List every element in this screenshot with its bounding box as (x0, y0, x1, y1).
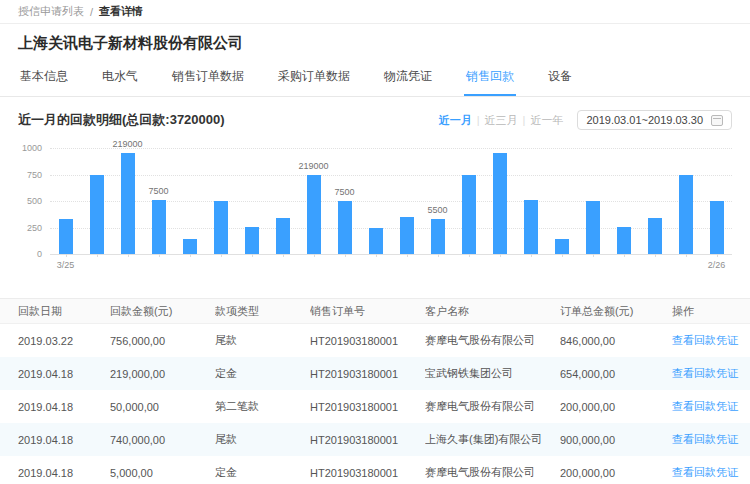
chart-bar-slot: 7500 (329, 148, 360, 254)
y-axis-tick-label: 750 (27, 170, 42, 180)
x-axis-line (50, 254, 732, 255)
cell-order-total: 654,000,00 (560, 368, 672, 380)
cell-repayment-amount: 219,000,00 (110, 368, 215, 380)
bar-value-label: 7500 (334, 187, 354, 197)
breadcrumb-current: 查看详情 (99, 4, 143, 19)
chart-bar (617, 227, 631, 254)
chart-bar (710, 201, 724, 254)
view-receipt-link[interactable]: 查看回款凭证 (672, 465, 738, 480)
cell-sales-order-no: HT201903180001 (310, 467, 425, 479)
x-axis-tick (531, 254, 532, 257)
cell-repayment-amount: 756,000,00 (110, 335, 215, 347)
range-option-last-year[interactable]: 近一年 (530, 113, 563, 128)
tab-purchase-order-data[interactable]: 采购订单数据 (276, 62, 352, 96)
chart-plot-area: 3/252190007500219000750055002/26 (50, 148, 732, 254)
chart-bar-slot (515, 148, 546, 254)
y-axis-tick-label: 500 (27, 196, 42, 206)
breadcrumb-parent-link[interactable]: 授信申请列表 (18, 4, 84, 19)
x-axis-tick (655, 254, 656, 257)
chart-bar-slot (608, 148, 639, 254)
x-axis-tick (314, 254, 315, 257)
chart-bar (152, 200, 166, 254)
x-axis-tick (624, 254, 625, 257)
chart-section-header: 近一月的回款明细(总回款:3720000) 近一月|近三月|近一年 2019.0… (0, 97, 750, 132)
bar-value-label: 7500 (148, 186, 168, 196)
cell-customer-name: 赛摩电气股份有限公司 (425, 399, 560, 414)
chart-bar-slot: 5500 (422, 148, 453, 254)
cell-actions: 查看回款凭证下载 (672, 333, 750, 348)
chart-bar-slot (174, 148, 205, 254)
view-receipt-link[interactable]: 查看回款凭证 (672, 399, 738, 414)
x-axis-tick (128, 254, 129, 257)
chart-bar (245, 227, 259, 254)
x-axis-tick (252, 254, 253, 257)
date-range-presets: 近一月|近三月|近一年 (439, 113, 564, 128)
chart-bar (276, 218, 290, 254)
cell-repayment-date: 2019.04.18 (18, 368, 110, 380)
bar-value-label: 219000 (112, 139, 142, 149)
cell-customer-name: 宝武钢铁集团公司 (425, 366, 560, 381)
chart-bar-slot (639, 148, 670, 254)
breadcrumb-separator: / (90, 6, 93, 18)
bar-value-label: 5500 (427, 205, 447, 215)
tab-utilities[interactable]: 电水气 (100, 62, 140, 96)
page-title: 上海关讯电子新材料股份有限公司 (0, 24, 750, 62)
tab-sales-collection[interactable]: 销售回款 (464, 62, 516, 96)
x-axis-label: 3/25 (57, 260, 75, 270)
x-axis-tick (438, 254, 439, 257)
chart-bar (338, 201, 352, 254)
tab-logistics-voucher[interactable]: 物流凭证 (382, 62, 434, 96)
cell-repayment-date: 2019.04.18 (18, 434, 110, 446)
x-axis-tick (190, 254, 191, 257)
cell-repayment-amount: 740,000,00 (110, 434, 215, 446)
x-axis-tick (686, 254, 687, 257)
view-receipt-link[interactable]: 查看回款凭证 (672, 333, 738, 348)
y-axis-tick-label: 0 (37, 249, 42, 259)
cell-payment-type: 第二笔款 (215, 399, 310, 414)
chart-bar-slot: 7500 (143, 148, 174, 254)
table-header-cell: 客户名称 (425, 304, 560, 319)
cell-order-total: 200,000,00 (560, 401, 672, 413)
tab-equipment[interactable]: 设备 (546, 62, 574, 96)
cell-sales-order-no: HT201903180001 (310, 335, 425, 347)
cell-repayment-amount: 50,000,00 (110, 401, 215, 413)
chart-title: 近一月的回款明细(总回款:3720000) (18, 111, 225, 129)
date-range-input[interactable]: 2019.03.01~2019.03.30 (577, 110, 732, 130)
chart-bar-slot (81, 148, 112, 254)
x-axis-tick (376, 254, 377, 257)
table-header-cell: 操作 (672, 304, 750, 319)
cell-order-total: 900,000,00 (560, 434, 672, 446)
cell-customer-name: 上海久事(集团)有限公司 (425, 432, 560, 447)
cell-actions: 查看回款凭证下载 (672, 465, 750, 480)
cell-payment-type: 尾款 (215, 333, 310, 348)
chart-bar-slot (360, 148, 391, 254)
table-header-cell: 订单总金额(元) (560, 304, 672, 319)
cell-customer-name: 赛摩电气股份有限公司 (425, 465, 560, 480)
tab-sales-order-data[interactable]: 销售订单数据 (170, 62, 246, 96)
cell-payment-type: 定金 (215, 366, 310, 381)
chart-bar-slot: 3/25 (50, 148, 81, 254)
chart-bar-slot (236, 148, 267, 254)
chart-bar (369, 228, 383, 255)
cell-order-total: 846,000,00 (560, 335, 672, 347)
range-option-last-3-months[interactable]: 近三月 (485, 113, 518, 128)
view-receipt-link[interactable]: 查看回款凭证 (672, 432, 738, 447)
x-axis-tick (221, 254, 222, 257)
view-receipt-link[interactable]: 查看回款凭证 (672, 366, 738, 381)
cell-repayment-date: 2019.04.18 (18, 401, 110, 413)
tab-basic-info[interactable]: 基本信息 (18, 62, 70, 96)
breadcrumb: 授信申请列表 / 查看详情 (0, 0, 750, 24)
chart-bar (121, 153, 135, 254)
chart-bar (183, 239, 197, 254)
calendar-icon[interactable] (711, 115, 723, 126)
chart-bar-slot: 2/26 (701, 148, 732, 254)
x-axis-tick (283, 254, 284, 257)
table-header-cell: 回款金额(元) (110, 304, 215, 319)
cell-actions: 查看回款凭证下载 (672, 432, 750, 447)
range-option-last-month[interactable]: 近一月 (439, 113, 472, 128)
x-axis-tick (159, 254, 160, 257)
cell-payment-type: 尾款 (215, 432, 310, 447)
x-axis-tick (500, 254, 501, 257)
chart-bar (400, 217, 414, 254)
range-separator: | (523, 114, 526, 126)
